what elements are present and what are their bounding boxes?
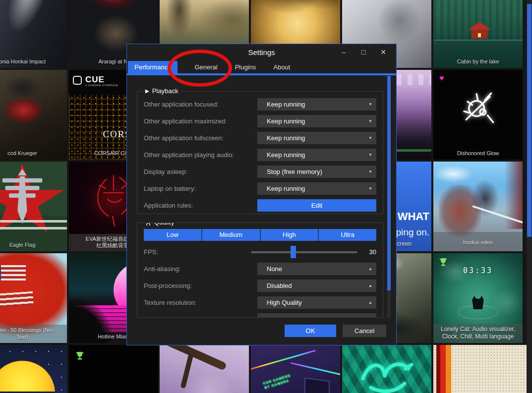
preset-ultra-button[interactable]: Ultra	[319, 229, 376, 241]
sun-shape	[0, 361, 55, 393]
setting-row-app-maximized: Other application maximized: Keep runnin…	[144, 115, 376, 127]
wallpaper-tile-eagle-flag[interactable]: Eagle Flag	[0, 162, 67, 251]
tab-about[interactable]: About	[267, 61, 296, 73]
tab-plugins[interactable]: Plugins	[229, 61, 263, 73]
vertical-stripes-shape	[436, 345, 452, 393]
wallpaper-label: creen	[397, 240, 412, 247]
chevron-down-icon: ▼	[368, 119, 372, 123]
palm-leaves-shape	[255, 0, 338, 23]
play-icon: ▶	[145, 88, 149, 94]
dialog-scrollbar-thumb[interactable]	[387, 76, 391, 290]
window-shape	[304, 377, 330, 393]
overlay-text-line2: ping on.	[396, 227, 429, 238]
dropdown-value: Keep running	[257, 117, 305, 125]
chevron-up-icon: ▲	[368, 300, 372, 305]
flag-stripes-shape	[1, 265, 26, 281]
wallpaper-tile-cod-krueger[interactable]: cod Krueger	[0, 70, 67, 160]
maximize-icon[interactable]: □	[354, 44, 373, 61]
texture-resolution-dropdown[interactable]: High Quality ▲	[257, 296, 376, 309]
favorite-heart-icon: ♥	[439, 74, 444, 83]
wallpaper-tile-dishonored[interactable]: ♥ Dishonored Glow	[433, 70, 523, 160]
app-maximized-dropdown[interactable]: Keep running ▼	[257, 115, 376, 127]
cabin-shape	[468, 22, 491, 40]
setting-label: Other application fullscreen:	[144, 134, 257, 142]
clock-overlay: 03:33	[433, 266, 523, 275]
dialog-scrollbar[interactable]	[387, 76, 391, 318]
setting-label: Other application focused:	[144, 101, 257, 108]
preset-high-button[interactable]: High	[261, 229, 319, 241]
close-icon[interactable]: ✕	[373, 44, 393, 61]
trophy-icon	[75, 351, 85, 361]
wallpaper-tile-purple-sky-branch[interactable]	[160, 345, 249, 393]
wallpaper-tile-retro-sun[interactable]	[0, 345, 67, 393]
wallpaper-tile-halftone-stripes[interactable]	[433, 345, 527, 393]
wallpaper-tile-neon-gaming-room[interactable]: FOR GAMERS BY GAMERS	[251, 345, 340, 393]
setting-row-app-audio: Other application playing audio: Keep ru…	[144, 149, 376, 161]
setting-label: Laptop on battery:	[144, 185, 257, 192]
edit-rules-button[interactable]: Edit	[257, 199, 376, 212]
antialiasing-dropdown[interactable]: None ▲	[257, 263, 376, 275]
medal-icon	[145, 223, 151, 226]
chevron-down-icon: ▼	[368, 169, 372, 174]
cloud-shape	[433, 165, 473, 183]
fps-slider-track[interactable]	[251, 251, 357, 253]
ok-button[interactable]: OK	[285, 325, 336, 337]
wallpaper-engine-browser: onia Honkai Impact Araragi at Ni Cabin b…	[0, 0, 532, 393]
haze-shape	[182, 372, 236, 393]
setting-label: Application rules:	[144, 202, 257, 209]
playback-title-text: Playback	[152, 87, 178, 95]
icue-logo-text: CUE	[85, 75, 105, 85]
preset-medium-button[interactable]: Medium	[202, 229, 261, 241]
setting-row-app-fullscreen: Other application fullscreen: Keep runni…	[144, 132, 376, 144]
dropdown-value: Disabled	[257, 282, 292, 289]
quality-group: Quality Low Medium High Ultra FPS: 30 An…	[137, 223, 383, 318]
wallpaper-label: Dishonored Glow	[433, 150, 523, 157]
wallpaper-label: Cabin by the lake	[433, 58, 523, 65]
gallery-scrollbar[interactable]	[527, 0, 532, 393]
quality-group-title: Quality	[142, 223, 177, 226]
trophy-icon	[438, 257, 448, 267]
fps-slider-handle[interactable]	[291, 246, 296, 258]
neon-sign-text: FOR GAMERS BY GAMERS	[263, 373, 293, 390]
display-asleep-dropdown[interactable]: Stop (free memory) ▼	[257, 166, 376, 178]
wallpaper-label-line2: Text)	[0, 334, 64, 340]
postprocessing-dropdown[interactable]: Disabled ▲	[257, 280, 376, 292]
laptop-battery-dropdown[interactable]: Keep running ▼	[257, 182, 376, 195]
gallery-scrollbar-thumb[interactable]	[527, 4, 532, 237]
wallpaper-tile-lonely-cat[interactable]: 03:33 Lonely Cat: Audio visualizer, Cloc…	[433, 253, 523, 343]
wallpaper-tile-honkai-impact[interactable]: onia Honkai Impact	[0, 0, 67, 68]
preset-low-button[interactable]: Low	[144, 229, 202, 241]
setting-row-app-focused: Other application focused: Keep running …	[144, 98, 376, 111]
window-controls: – □ ✕	[334, 44, 393, 61]
wallpaper-tile-miami-50-blessings[interactable]: Miami - 50 Blessings (No- Text)	[0, 253, 67, 343]
wallpaper-tile-razer[interactable]	[342, 345, 431, 393]
wallpaper-tile-cabin[interactable]: Cabin by the lake	[433, 0, 523, 68]
icue-hex-icon	[73, 76, 82, 85]
partial-dropdown[interactable]	[257, 313, 376, 317]
dialog-titlebar[interactable]: Settings – □ ✕	[127, 44, 396, 61]
minimize-icon[interactable]: –	[334, 44, 354, 61]
setting-row-antialiasing: Anti-aliasing: None ▲	[144, 263, 376, 275]
red-circle-annotation	[168, 50, 232, 87]
chevron-down-icon: ▼	[368, 102, 372, 107]
chevron-down-icon: ▼	[368, 136, 372, 140]
cancel-button[interactable]: Cancel	[343, 325, 386, 337]
wallpaper-label: Miami - 50 Blessings (No- Text)	[0, 325, 67, 343]
wallpaper-tile-honkai-eden[interactable]: honkai eden	[433, 162, 523, 251]
fps-slider[interactable]	[251, 246, 357, 258]
playback-group-title: ▶ Playback	[142, 87, 181, 95]
app-audio-dropdown[interactable]: Keep running ▼	[257, 149, 376, 161]
setting-label: FPS:	[144, 248, 251, 256]
wallpaper-label: onia Honkai Impact	[0, 58, 67, 65]
wallpaper-tile-black-trophy[interactable]	[69, 345, 158, 393]
dropdown-value: Keep running	[257, 151, 305, 159]
wallpaper-label: honkai eden	[436, 239, 520, 246]
app-focused-dropdown[interactable]: Keep running ▼	[257, 98, 376, 111]
dropdown-value: High Quality	[257, 299, 302, 306]
setting-row-partial	[144, 313, 376, 317]
sun-stripes-shape	[0, 388, 55, 393]
fps-value: 30	[363, 248, 376, 256]
app-fullscreen-dropdown[interactable]: Keep running ▼	[257, 132, 376, 144]
setting-row-postprocessing: Post-processing: Disabled ▲	[144, 280, 376, 292]
overlay-text-line1: WHAT	[398, 210, 429, 223]
